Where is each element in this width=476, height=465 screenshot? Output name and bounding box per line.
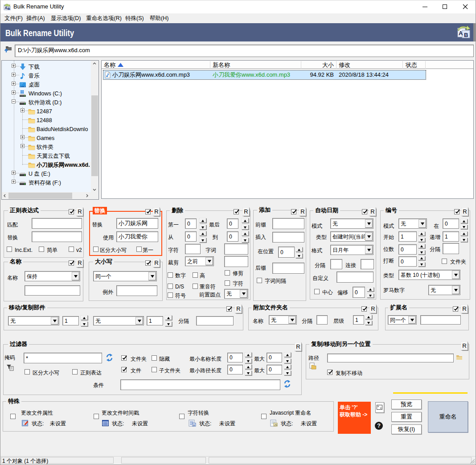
svg-text:B: B (8, 7, 10, 10)
svg-text:B: B (464, 32, 468, 38)
svg-text:JS: JS (274, 424, 277, 426)
svg-text:A: A (459, 30, 463, 37)
